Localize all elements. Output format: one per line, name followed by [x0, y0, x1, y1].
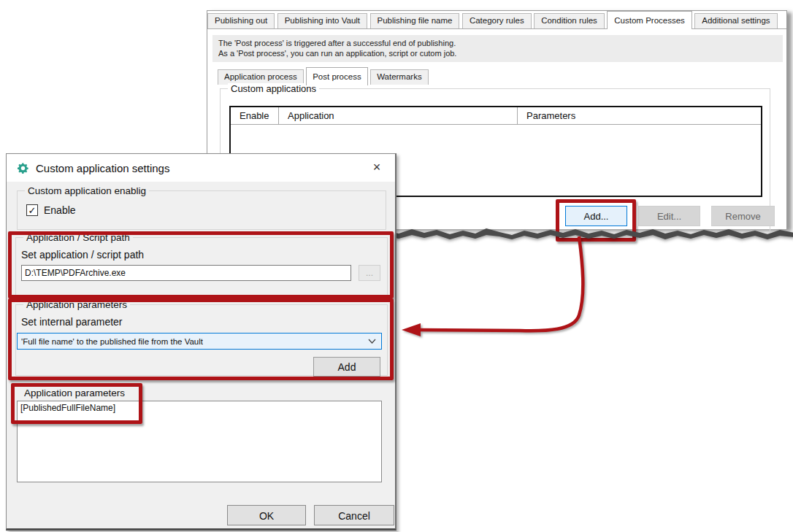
set-path-label: Set application / script path [21, 249, 144, 261]
cancel-button[interactable]: Cancel [314, 505, 394, 525]
set-internal-parameter-label: Set internal parameter [21, 316, 123, 328]
tab-publishing-into-vault[interactable]: Publishing into Vault [277, 13, 367, 29]
column-header-parameters[interactable]: Parameters [518, 107, 761, 124]
custom-application-settings-dialog: Custom application settings × Custom app… [6, 153, 396, 531]
add-parameter-button[interactable]: Add [313, 357, 380, 377]
process-sub-tab-strip: Application process Post process Waterma… [218, 66, 428, 85]
post-process-description: The 'Post process' is triggered after a … [212, 35, 783, 62]
internal-parameter-dropdown[interactable]: 'Full file name' to the published file f… [17, 333, 382, 350]
dialog-title-bar[interactable]: Custom application settings × [7, 154, 395, 182]
tab-custom-processes[interactable]: Custom Processes [607, 11, 692, 29]
close-icon[interactable]: × [369, 160, 385, 176]
tab-publishing-file-name[interactable]: Publishing file name [370, 13, 460, 29]
enable-checkbox-label: Enable [44, 204, 76, 216]
enable-group-title: Custom application enablig [25, 185, 149, 196]
table-header-row: Enable Application Parameters [231, 107, 761, 125]
subtab-watermarks[interactable]: Watermarks [370, 69, 429, 85]
tab-category-rules[interactable]: Category rules [462, 13, 532, 29]
parameters-list-label: Application parameters [24, 388, 125, 398]
enable-checkbox-row[interactable]: ✓ Enable [26, 204, 76, 216]
description-line-1: The 'Post process' is triggered after a … [218, 38, 777, 48]
ok-button[interactable]: OK [227, 505, 306, 525]
subtab-post-process[interactable]: Post process [306, 67, 367, 85]
parameters-textarea[interactable]: [PublishedFullFileName] [17, 401, 382, 482]
column-header-enable[interactable]: Enable [231, 107, 279, 124]
internal-parameters-group-title: Application parameters [23, 299, 130, 310]
internal-parameter-selected-value: 'Full file name' to the published file f… [21, 337, 203, 346]
enable-group: Custom application enablig ✓ Enable [17, 190, 386, 230]
tab-publishing-out[interactable]: Publishing out [207, 13, 275, 29]
column-header-application[interactable]: Application [279, 107, 518, 124]
chevron-down-icon [368, 339, 376, 344]
main-tab-strip: Publishing out Publishing into Vault Pub… [207, 11, 786, 29]
tab-additional-settings[interactable]: Additional settings [694, 13, 777, 29]
browse-button[interactable]: ... [359, 265, 380, 281]
script-path-input[interactable] [21, 265, 351, 281]
description-line-2: As a 'Post process', you can run an appl… [218, 48, 777, 58]
gear-icon [16, 161, 30, 175]
screen: Publishing out Publishing into Vault Pub… [0, 0, 793, 532]
enable-checkbox[interactable]: ✓ [26, 204, 38, 216]
script-path-group-title: Application / Script path [23, 232, 133, 243]
subtab-application-process[interactable]: Application process [218, 69, 304, 85]
tab-condition-rules[interactable]: Condition rules [534, 13, 605, 29]
dialog-title: Custom application settings [36, 162, 169, 174]
